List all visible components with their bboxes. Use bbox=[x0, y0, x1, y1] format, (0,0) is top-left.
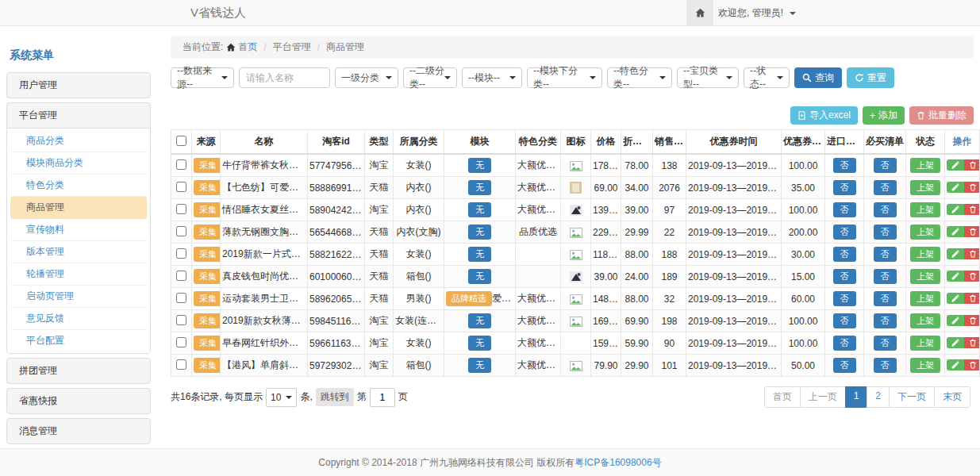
sidebar-item[interactable]: 特色分类 bbox=[10, 175, 147, 197]
delete-button[interactable] bbox=[964, 182, 980, 193]
sidebar-item[interactable]: 轮播管理 bbox=[10, 263, 147, 286]
sidebar-group-toggle[interactable]: 平台管理 bbox=[7, 103, 150, 128]
row-checkbox[interactable] bbox=[176, 226, 186, 236]
import-select-toggle[interactable]: 否 bbox=[833, 247, 856, 262]
search-button[interactable]: 查询 bbox=[794, 67, 842, 88]
reset-button[interactable]: 重置 bbox=[847, 67, 894, 88]
filter-select[interactable]: --模块下分类-- bbox=[527, 67, 602, 88]
must-buy-toggle[interactable]: 否 bbox=[874, 202, 897, 217]
sidebar-item[interactable]: 启动页管理 bbox=[10, 286, 147, 308]
edit-button[interactable] bbox=[947, 293, 964, 304]
import-select-toggle[interactable]: 否 bbox=[833, 358, 856, 373]
jump-button[interactable]: 跳转到 bbox=[316, 388, 354, 406]
product-image-icon[interactable] bbox=[570, 182, 582, 194]
filter-select[interactable]: --特色分类-- bbox=[607, 67, 672, 88]
filter-select[interactable]: --模块-- bbox=[462, 67, 522, 88]
product-image-icon[interactable] bbox=[570, 271, 582, 282]
status-button[interactable]: 上架 bbox=[910, 247, 940, 262]
must-buy-toggle[interactable]: 否 bbox=[874, 180, 897, 195]
must-buy-toggle[interactable]: 否 bbox=[874, 225, 897, 240]
module-none-badge[interactable]: 无 bbox=[468, 202, 491, 217]
sidebar-item[interactable]: 平台配置 bbox=[10, 330, 147, 351]
edit-button[interactable] bbox=[947, 248, 964, 259]
edit-button[interactable] bbox=[947, 182, 964, 193]
import-select-toggle[interactable]: 否 bbox=[833, 313, 856, 328]
status-button[interactable]: 上架 bbox=[910, 158, 940, 173]
status-button[interactable]: 上架 bbox=[910, 202, 940, 217]
edit-button[interactable] bbox=[947, 159, 964, 171]
module-none-badge[interactable]: 无 bbox=[468, 269, 491, 284]
edit-button[interactable] bbox=[947, 315, 964, 326]
row-checkbox[interactable] bbox=[176, 248, 186, 259]
must-buy-toggle[interactable]: 否 bbox=[874, 291, 897, 306]
delete-button[interactable] bbox=[964, 315, 980, 326]
batch-delete-button[interactable]: 批量删除 bbox=[909, 106, 974, 125]
edit-button[interactable] bbox=[947, 271, 964, 282]
must-buy-toggle[interactable]: 否 bbox=[874, 247, 897, 262]
delete-button[interactable] bbox=[964, 226, 980, 237]
delete-button[interactable] bbox=[964, 293, 980, 304]
status-button[interactable]: 上架 bbox=[910, 225, 940, 240]
module-none-badge[interactable]: 无 bbox=[468, 313, 491, 328]
sidebar-item[interactable]: 模块商品分类 bbox=[10, 152, 147, 175]
import-select-toggle[interactable]: 否 bbox=[833, 202, 856, 217]
home-button[interactable] bbox=[686, 0, 713, 25]
status-button[interactable]: 上架 bbox=[910, 336, 940, 351]
import-select-toggle[interactable]: 否 bbox=[833, 336, 856, 351]
row-checkbox[interactable] bbox=[176, 159, 186, 170]
must-buy-toggle[interactable]: 否 bbox=[874, 358, 897, 373]
add-button[interactable]: + 添加 bbox=[863, 106, 905, 125]
name-search-input[interactable] bbox=[239, 67, 330, 88]
row-checkbox[interactable] bbox=[176, 359, 186, 370]
import-select-toggle[interactable]: 否 bbox=[833, 225, 856, 240]
import-select-toggle[interactable]: 否 bbox=[833, 269, 856, 284]
sidebar-item[interactable]: 商品分类 bbox=[10, 130, 147, 152]
row-checkbox[interactable] bbox=[176, 271, 186, 281]
status-button[interactable]: 上架 bbox=[910, 291, 940, 306]
must-buy-toggle[interactable]: 否 bbox=[874, 269, 897, 284]
import-excel-button[interactable]: 导入excel bbox=[790, 106, 858, 125]
sidebar-item[interactable]: 意见反馈 bbox=[10, 308, 147, 330]
delete-button[interactable] bbox=[964, 337, 980, 348]
module-badge[interactable]: 品牌精选 bbox=[446, 291, 492, 306]
sidebar-item[interactable]: 版本管理 bbox=[10, 241, 147, 263]
delete-button[interactable] bbox=[964, 271, 980, 282]
breadcrumb-home[interactable]: 首页 bbox=[226, 40, 257, 54]
breadcrumb-item[interactable]: 平台管理 bbox=[273, 40, 311, 54]
page-button[interactable]: 末页 bbox=[934, 386, 970, 408]
sidebar-item[interactable]: 商品管理 bbox=[10, 197, 147, 219]
edit-button[interactable] bbox=[947, 359, 964, 370]
product-image-icon[interactable] bbox=[570, 294, 582, 305]
must-buy-toggle[interactable]: 否 bbox=[874, 313, 897, 328]
filter-select[interactable]: --宝贝类型-- bbox=[677, 67, 739, 88]
module-none-badge[interactable]: 无 bbox=[468, 358, 491, 373]
row-checkbox[interactable] bbox=[176, 182, 186, 192]
product-image-icon[interactable] bbox=[570, 361, 582, 371]
status-button[interactable]: 上架 bbox=[910, 313, 940, 328]
edit-button[interactable] bbox=[947, 204, 964, 215]
filter-select[interactable]: --数据来源-- bbox=[171, 67, 234, 88]
filter-select[interactable]: --状态-- bbox=[744, 67, 790, 88]
sidebar-group-toggle[interactable]: 消息管理 bbox=[7, 419, 150, 443]
module-none-badge[interactable]: 无 bbox=[468, 158, 491, 173]
per-page-select[interactable]: 10 bbox=[266, 388, 297, 407]
edit-button[interactable] bbox=[947, 226, 964, 237]
import-select-toggle[interactable]: 否 bbox=[833, 158, 856, 173]
sidebar-group-toggle[interactable]: 省惠快报 bbox=[7, 389, 150, 413]
product-image-icon[interactable] bbox=[570, 161, 582, 171]
module-none-badge[interactable]: 无 bbox=[468, 225, 491, 240]
row-checkbox[interactable] bbox=[176, 293, 186, 303]
delete-button[interactable] bbox=[964, 159, 980, 171]
row-checkbox[interactable] bbox=[176, 315, 186, 325]
module-none-badge[interactable]: 无 bbox=[468, 336, 491, 351]
row-checkbox[interactable] bbox=[176, 337, 186, 347]
sidebar-group-toggle[interactable]: 用户管理 bbox=[7, 73, 150, 98]
page-button[interactable]: 1 bbox=[845, 386, 868, 408]
page-button[interactable]: 下一页 bbox=[889, 386, 935, 408]
breadcrumb-home-link[interactable]: 首页 bbox=[238, 40, 257, 54]
delete-button[interactable] bbox=[964, 359, 980, 370]
status-button[interactable]: 上架 bbox=[910, 358, 940, 373]
module-none-badge[interactable]: 无 bbox=[468, 247, 491, 262]
product-image-icon[interactable] bbox=[570, 205, 582, 216]
status-button[interactable]: 上架 bbox=[910, 180, 940, 195]
